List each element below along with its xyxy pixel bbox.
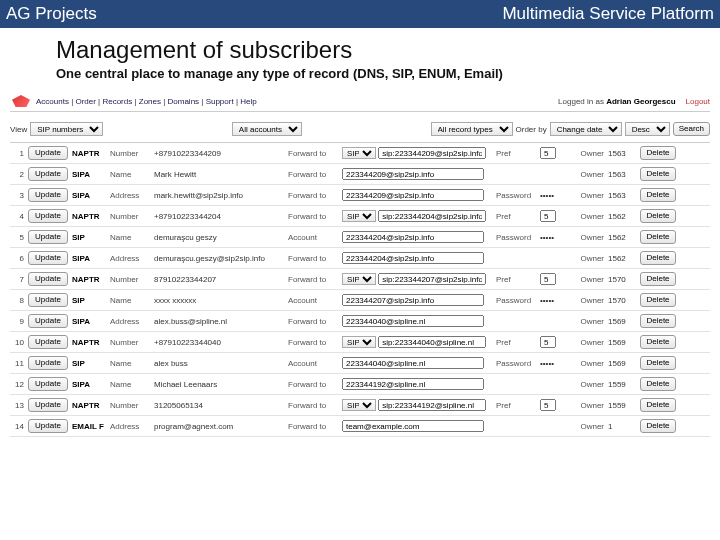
target-input[interactable] (378, 336, 486, 348)
update-button[interactable]: Update (28, 272, 68, 286)
forward-protocol-select[interactable]: SIP (342, 336, 376, 348)
delete-button[interactable]: Delete (640, 188, 676, 202)
delete-button[interactable]: Delete (640, 167, 676, 181)
search-button[interactable]: Search (673, 122, 710, 136)
record-type-filter-select[interactable]: All record types (431, 122, 513, 136)
target-input[interactable] (342, 231, 484, 243)
update-button[interactable]: Update (28, 398, 68, 412)
password-value: ••••• (540, 359, 566, 368)
record-row: 6UpdateSIPAAddressdemuraşcu.geszy@sip2si… (10, 248, 710, 269)
target-cell (342, 420, 492, 432)
record-scope-select[interactable]: SIP numbers (30, 122, 103, 136)
target-cell: SIP (342, 147, 492, 160)
update-button[interactable]: Update (28, 230, 68, 244)
target-input[interactable] (342, 420, 484, 432)
password-value: ••••• (540, 296, 566, 305)
pref-input[interactable] (540, 336, 556, 348)
update-button[interactable]: Update (28, 377, 68, 391)
delete-button[interactable]: Delete (640, 293, 676, 307)
update-button[interactable]: Update (28, 188, 68, 202)
update-button[interactable]: Update (28, 356, 68, 370)
delete-button[interactable]: Delete (640, 314, 676, 328)
nav-link[interactable]: Records (102, 97, 132, 106)
delete-button[interactable]: Delete (640, 398, 676, 412)
password-label: Password (496, 296, 536, 305)
key-label: Name (110, 233, 150, 242)
order-by-select[interactable]: Change date (550, 122, 622, 136)
logout-link[interactable]: Logout (686, 97, 710, 106)
update-button[interactable]: Update (28, 146, 68, 160)
delete-button[interactable]: Delete (640, 356, 676, 370)
owner-value: 1570 (608, 275, 636, 284)
update-button[interactable]: Update (28, 293, 68, 307)
row-index: 2 (10, 170, 24, 179)
slide-heading: Management of subscribers One central pl… (0, 28, 720, 87)
key-value: alex.buss@sipline.nl (154, 317, 284, 326)
account-filter-select[interactable]: All accounts (232, 122, 302, 136)
nav-link[interactable]: Zones (139, 97, 161, 106)
target-input[interactable] (342, 252, 484, 264)
target-input[interactable] (378, 399, 486, 411)
delete-button[interactable]: Delete (640, 230, 676, 244)
pref-label: Pref (496, 401, 536, 410)
pref-input[interactable] (540, 147, 556, 159)
forward-protocol-select[interactable]: SIP (342, 399, 376, 411)
screenshot-panel: Accounts | Order | Records | Zones | Dom… (0, 87, 720, 437)
update-button[interactable]: Update (28, 335, 68, 349)
target-input[interactable] (378, 210, 486, 222)
nav-links: Accounts | Order | Records | Zones | Dom… (36, 97, 257, 106)
target-label: Forward to (288, 401, 338, 410)
target-label: Account (288, 296, 338, 305)
forward-protocol-select[interactable]: SIP (342, 210, 376, 222)
target-input[interactable] (342, 168, 484, 180)
delete-button[interactable]: Delete (640, 209, 676, 223)
forward-protocol-select[interactable]: SIP (342, 273, 376, 285)
nav-link[interactable]: Domains (168, 97, 200, 106)
row-index: 13 (10, 401, 24, 410)
target-label: Account (288, 359, 338, 368)
update-button[interactable]: Update (28, 314, 68, 328)
update-button[interactable]: Update (28, 209, 68, 223)
target-label: Forward to (288, 338, 338, 347)
delete-button[interactable]: Delete (640, 146, 676, 160)
pref-input[interactable] (540, 399, 556, 411)
key-label: Number (110, 401, 150, 410)
nav-link[interactable]: Help (240, 97, 256, 106)
update-button[interactable]: Update (28, 419, 68, 433)
delete-button[interactable]: Delete (640, 377, 676, 391)
target-input[interactable] (342, 378, 484, 390)
target-input[interactable] (378, 273, 486, 285)
owner-label: Owner (570, 170, 604, 179)
delete-button[interactable]: Delete (640, 419, 676, 433)
record-type: NAPTR (72, 212, 106, 221)
page-subtitle: One central place to manage any type of … (56, 66, 720, 81)
record-row: 14UpdateEMAIL FAddressprogram@agnext.com… (10, 416, 710, 437)
target-input[interactable] (378, 147, 486, 159)
target-label: Forward to (288, 275, 338, 284)
delete-button[interactable]: Delete (640, 335, 676, 349)
update-button[interactable]: Update (28, 167, 68, 181)
owner-label: Owner (570, 254, 604, 263)
target-input[interactable] (342, 294, 484, 306)
target-cell (342, 357, 492, 369)
delete-button[interactable]: Delete (640, 272, 676, 286)
pref-input[interactable] (540, 273, 556, 285)
key-label: Address (110, 422, 150, 431)
update-button[interactable]: Update (28, 251, 68, 265)
target-input[interactable] (342, 189, 484, 201)
record-type: SIP (72, 359, 106, 368)
target-cell: SIP (342, 273, 492, 286)
nav-link[interactable]: Order (75, 97, 95, 106)
target-cell (342, 315, 492, 327)
pref-input[interactable] (540, 210, 556, 222)
logged-in-as: Logged in as Adrian Georgescu (558, 97, 675, 106)
target-input[interactable] (342, 315, 484, 327)
forward-protocol-select[interactable]: SIP (342, 147, 376, 159)
delete-button[interactable]: Delete (640, 251, 676, 265)
nav-link[interactable]: Support (206, 97, 234, 106)
target-input[interactable] (342, 357, 484, 369)
sort-direction-select[interactable]: Desc (625, 122, 670, 136)
nav-link[interactable]: Accounts (36, 97, 69, 106)
key-value: demuraşcu geszy (154, 233, 284, 242)
target-cell: SIP (342, 399, 492, 412)
